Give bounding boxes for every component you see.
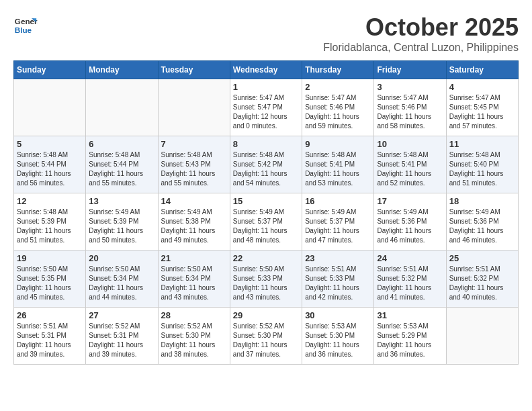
svg-text:Blue: Blue: [15, 26, 32, 34]
weekday-header-friday: Friday: [374, 61, 446, 79]
day-info: Sunrise: 5:48 AM Sunset: 5:40 PM Dayligh…: [449, 150, 515, 188]
day-info: Sunrise: 5:53 AM Sunset: 5:30 PM Dayligh…: [305, 322, 371, 359]
day-number: 23: [305, 253, 371, 263]
day-info: Sunrise: 5:50 AM Sunset: 5:33 PM Dayligh…: [233, 265, 299, 302]
day-number: 9: [305, 139, 371, 149]
day-info: Sunrise: 5:49 AM Sunset: 5:37 PM Dayligh…: [233, 208, 299, 245]
day-info: Sunrise: 5:47 AM Sunset: 5:46 PM Dayligh…: [305, 93, 371, 131]
day-number: 7: [161, 139, 227, 149]
day-number: 4: [449, 82, 515, 92]
day-number: 14: [161, 196, 227, 206]
day-info: Sunrise: 5:48 AM Sunset: 5:44 PM Dayligh…: [89, 150, 154, 188]
weekday-header-tuesday: Tuesday: [158, 61, 230, 79]
calendar-week-row: 5Sunrise: 5:48 AM Sunset: 5:44 PM Daylig…: [14, 136, 519, 193]
calendar-cell: 11Sunrise: 5:48 AM Sunset: 5:40 PM Dayli…: [446, 136, 518, 193]
day-number: 18: [449, 196, 515, 206]
day-number: 15: [233, 196, 299, 206]
day-info: Sunrise: 5:48 AM Sunset: 5:42 PM Dayligh…: [233, 150, 299, 188]
day-info: Sunrise: 5:49 AM Sunset: 5:36 PM Dayligh…: [377, 208, 443, 245]
calendar-cell: 21Sunrise: 5:50 AM Sunset: 5:34 PM Dayli…: [158, 250, 230, 308]
calendar-cell: 31Sunrise: 5:53 AM Sunset: 5:29 PM Dayli…: [374, 308, 446, 365]
calendar-cell: 28Sunrise: 5:52 AM Sunset: 5:30 PM Dayli…: [158, 308, 230, 365]
calendar-cell: [158, 79, 230, 136]
weekday-header-saturday: Saturday: [446, 61, 518, 79]
day-info: Sunrise: 5:52 AM Sunset: 5:30 PM Dayligh…: [161, 322, 227, 359]
day-number: 11: [449, 139, 515, 149]
calendar-cell: 1Sunrise: 5:47 AM Sunset: 5:47 PM Daylig…: [230, 79, 302, 136]
calendar-cell: [446, 308, 518, 365]
calendar-week-row: 1Sunrise: 5:47 AM Sunset: 5:47 PM Daylig…: [14, 79, 519, 136]
day-number: 27: [89, 310, 154, 320]
day-number: 25: [449, 253, 515, 263]
calendar-table: SundayMondayTuesdayWednesdayThursdayFrid…: [13, 60, 519, 365]
day-number: 20: [89, 253, 154, 263]
day-number: 26: [17, 310, 83, 320]
calendar-cell: 24Sunrise: 5:51 AM Sunset: 5:32 PM Dayli…: [374, 250, 446, 308]
day-info: Sunrise: 5:49 AM Sunset: 5:37 PM Dayligh…: [305, 208, 371, 245]
day-number: 3: [377, 82, 443, 92]
logo-icon: General Blue: [13, 13, 38, 38]
calendar-cell: 3Sunrise: 5:47 AM Sunset: 5:46 PM Daylig…: [374, 79, 446, 136]
day-info: Sunrise: 5:48 AM Sunset: 5:43 PM Dayligh…: [161, 150, 227, 188]
calendar-cell: 25Sunrise: 5:51 AM Sunset: 5:32 PM Dayli…: [446, 250, 518, 308]
day-number: 29: [233, 310, 299, 320]
day-number: 5: [17, 139, 83, 149]
calendar-cell: 20Sunrise: 5:50 AM Sunset: 5:34 PM Dayli…: [86, 250, 158, 308]
weekday-header-row: SundayMondayTuesdayWednesdayThursdayFrid…: [14, 61, 519, 79]
calendar-cell: 8Sunrise: 5:48 AM Sunset: 5:42 PM Daylig…: [230, 136, 302, 193]
day-info: Sunrise: 5:49 AM Sunset: 5:38 PM Dayligh…: [161, 208, 227, 245]
calendar-cell: 6Sunrise: 5:48 AM Sunset: 5:44 PM Daylig…: [86, 136, 158, 193]
day-info: Sunrise: 5:51 AM Sunset: 5:32 PM Dayligh…: [377, 265, 443, 302]
day-info: Sunrise: 5:50 AM Sunset: 5:34 PM Dayligh…: [161, 265, 227, 302]
location-subtitle: Floridablanca, Central Luzon, Philippine…: [323, 42, 519, 54]
day-info: Sunrise: 5:47 AM Sunset: 5:46 PM Dayligh…: [377, 93, 443, 131]
day-info: Sunrise: 5:49 AM Sunset: 5:39 PM Dayligh…: [89, 208, 154, 245]
calendar-cell: 9Sunrise: 5:48 AM Sunset: 5:41 PM Daylig…: [302, 136, 374, 193]
day-info: Sunrise: 5:49 AM Sunset: 5:36 PM Dayligh…: [449, 208, 515, 245]
calendar-cell: 23Sunrise: 5:51 AM Sunset: 5:33 PM Dayli…: [302, 250, 374, 308]
day-number: 2: [305, 82, 371, 92]
day-info: Sunrise: 5:52 AM Sunset: 5:30 PM Dayligh…: [233, 322, 299, 359]
calendar-cell: 14Sunrise: 5:49 AM Sunset: 5:38 PM Dayli…: [158, 193, 230, 250]
day-info: Sunrise: 5:48 AM Sunset: 5:41 PM Dayligh…: [377, 150, 443, 188]
day-info: Sunrise: 5:51 AM Sunset: 5:31 PM Dayligh…: [17, 322, 83, 359]
day-number: 31: [377, 310, 443, 320]
calendar-cell: 19Sunrise: 5:50 AM Sunset: 5:35 PM Dayli…: [14, 250, 86, 308]
day-number: 21: [161, 253, 227, 263]
calendar-cell: [14, 79, 86, 136]
day-number: 19: [17, 253, 83, 263]
day-info: Sunrise: 5:50 AM Sunset: 5:34 PM Dayligh…: [89, 265, 154, 302]
calendar-cell: 5Sunrise: 5:48 AM Sunset: 5:44 PM Daylig…: [14, 136, 86, 193]
day-info: Sunrise: 5:51 AM Sunset: 5:33 PM Dayligh…: [305, 265, 371, 302]
day-info: Sunrise: 5:47 AM Sunset: 5:47 PM Dayligh…: [233, 93, 299, 131]
day-number: 17: [377, 196, 443, 206]
day-number: 16: [305, 196, 371, 206]
calendar-cell: 27Sunrise: 5:52 AM Sunset: 5:31 PM Dayli…: [86, 308, 158, 365]
calendar-cell: [86, 79, 158, 136]
day-number: 8: [233, 139, 299, 149]
calendar-week-row: 12Sunrise: 5:48 AM Sunset: 5:39 PM Dayli…: [14, 193, 519, 250]
day-number: 6: [89, 139, 154, 149]
weekday-header-thursday: Thursday: [302, 61, 374, 79]
day-number: 12: [17, 196, 83, 206]
month-title: October 2025: [323, 13, 519, 42]
day-number: 24: [377, 253, 443, 263]
page-header: General Blue October 2025 Floridablanca,…: [13, 13, 519, 54]
calendar-week-row: 19Sunrise: 5:50 AM Sunset: 5:35 PM Dayli…: [14, 250, 519, 308]
calendar-cell: 2Sunrise: 5:47 AM Sunset: 5:46 PM Daylig…: [302, 79, 374, 136]
calendar-cell: 18Sunrise: 5:49 AM Sunset: 5:36 PM Dayli…: [446, 193, 518, 250]
logo: General Blue: [13, 13, 38, 38]
calendar-cell: 16Sunrise: 5:49 AM Sunset: 5:37 PM Dayli…: [302, 193, 374, 250]
calendar-week-row: 26Sunrise: 5:51 AM Sunset: 5:31 PM Dayli…: [14, 308, 519, 365]
day-info: Sunrise: 5:50 AM Sunset: 5:35 PM Dayligh…: [17, 265, 83, 302]
day-number: 1: [233, 82, 299, 92]
day-number: 10: [377, 139, 443, 149]
calendar-cell: 4Sunrise: 5:47 AM Sunset: 5:45 PM Daylig…: [446, 79, 518, 136]
calendar-cell: 12Sunrise: 5:48 AM Sunset: 5:39 PM Dayli…: [14, 193, 86, 250]
weekday-header-monday: Monday: [86, 61, 158, 79]
day-number: 22: [233, 253, 299, 263]
day-number: 13: [89, 196, 154, 206]
day-info: Sunrise: 5:48 AM Sunset: 5:41 PM Dayligh…: [305, 150, 371, 188]
calendar-cell: 30Sunrise: 5:53 AM Sunset: 5:30 PM Dayli…: [302, 308, 374, 365]
calendar-cell: 15Sunrise: 5:49 AM Sunset: 5:37 PM Dayli…: [230, 193, 302, 250]
